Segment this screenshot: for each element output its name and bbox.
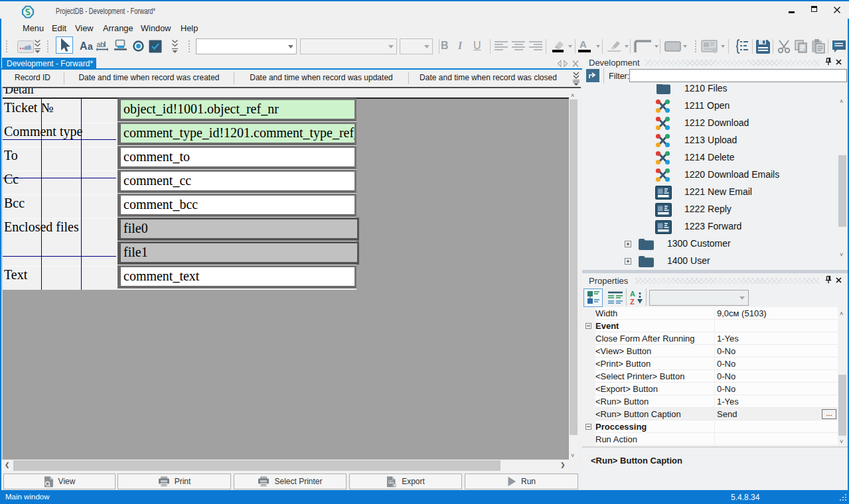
svg-text:ab: ab bbox=[97, 40, 105, 48]
svg-text:Z: Z bbox=[630, 298, 635, 306]
svg-text:A: A bbox=[630, 290, 635, 298]
svg-text:EXP: EXP bbox=[389, 481, 394, 483]
